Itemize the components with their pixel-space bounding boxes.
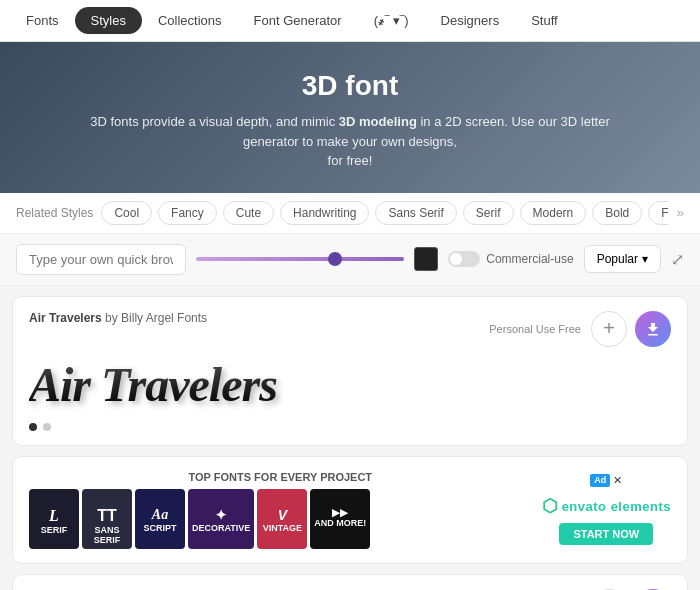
popular-arrow-icon: ▾ xyxy=(642,252,648,266)
commercial-use-toggle-container: Commercial-use xyxy=(448,251,573,267)
font-card-iced-soda: ICED SODA by Billy Argel Fonts Personal … xyxy=(12,574,688,591)
font-author: by Billy Argel Fonts xyxy=(105,311,207,325)
related-tag-serif[interactable]: Serif xyxy=(463,201,514,225)
related-tag-fun[interactable]: Fun xyxy=(648,201,669,225)
font-card-title: Air Travelers by Billy Argel Fonts xyxy=(29,311,207,325)
ad-badge-area: Ad ✕ xyxy=(590,474,622,487)
related-tags-list: Cool Fancy Cute Handwriting Sans Serif S… xyxy=(101,201,668,225)
related-tag-handwriting[interactable]: Handwriting xyxy=(280,201,369,225)
related-more-icon[interactable]: » xyxy=(677,205,684,220)
share-icon[interactable]: ⤢ xyxy=(671,250,684,269)
ad-cat-serif[interactable]: LSERIF xyxy=(29,489,79,549)
ad-cat-sans[interactable]: TTSANSSERIF xyxy=(82,489,132,549)
related-tag-modern[interactable]: Modern xyxy=(520,201,587,225)
ad-cat-script[interactable]: AaSCRIPT xyxy=(135,489,185,549)
navigation: Fonts Styles Collections Font Generator … xyxy=(0,0,700,42)
ad-label: Ad xyxy=(590,474,610,487)
size-slider-container xyxy=(196,257,404,261)
start-now-button[interactable]: START NOW xyxy=(559,523,653,545)
ad-cat-more[interactable]: ▶▶AND MORE! xyxy=(310,489,370,549)
close-ad-icon[interactable]: ✕ xyxy=(613,474,622,487)
font-card-air-travelers: Air Travelers by Billy Argel Fonts Perso… xyxy=(12,296,688,446)
search-input[interactable] xyxy=(16,244,186,275)
ad-cat-decorative[interactable]: ✦DECORATIVE xyxy=(188,489,254,549)
font-card-header: Air Travelers by Billy Argel Fonts Perso… xyxy=(29,311,671,347)
envato-name: envato elements xyxy=(562,499,671,514)
air-travelers-preview: Air Travelers xyxy=(29,357,277,412)
dot-1[interactable] xyxy=(29,423,37,431)
color-swatch[interactable] xyxy=(414,247,438,271)
hero-description: 3D fonts provide a visual depth, and mim… xyxy=(70,112,630,171)
commercial-use-label: Commercial-use xyxy=(486,252,573,266)
nav-collections[interactable]: Collections xyxy=(142,3,238,38)
hero-title: 3D font xyxy=(20,70,680,102)
ad-banner: TOP FONTS FOR EVERY PROJECT LSERIF TTSAN… xyxy=(12,456,688,564)
ad-title: TOP FONTS FOR EVERY PROJECT xyxy=(29,471,532,483)
popular-label: Popular xyxy=(597,252,638,266)
filter-bar: Commercial-use Popular ▾ ⤢ xyxy=(0,234,700,286)
font-preview: Air Travelers xyxy=(29,355,671,415)
ad-cat-vintage[interactable]: VVINTAGE xyxy=(257,489,307,549)
ad-categories: LSERIF TTSANSSERIF AaSCRIPT ✦DECORATIVE … xyxy=(29,489,532,549)
hero-section: 3D font 3D fonts provide a visual depth,… xyxy=(0,42,700,193)
font-card-actions: + xyxy=(591,311,671,347)
download-button[interactable] xyxy=(635,311,671,347)
related-styles-bar: Related Styles Cool Fancy Cute Handwriti… xyxy=(0,193,700,234)
popular-dropdown[interactable]: Popular ▾ xyxy=(584,245,661,273)
nav-fonts[interactable]: Fonts xyxy=(10,3,75,38)
svg-rect-0 xyxy=(648,334,658,336)
envato-logo: ⬡ envato elements xyxy=(542,495,671,517)
ad-right: Ad ✕ ⬡ envato elements START NOW xyxy=(542,474,671,545)
ad-inner: TOP FONTS FOR EVERY PROJECT LSERIF TTSAN… xyxy=(29,471,532,549)
add-to-collection-button[interactable]: + xyxy=(591,311,627,347)
related-tag-sans-serif[interactable]: Sans Serif xyxy=(375,201,456,225)
font-name: Air Travelers xyxy=(29,311,102,325)
nav-emoji[interactable]: (҂‾ ▾‾) xyxy=(358,3,425,38)
dot-2[interactable] xyxy=(43,423,51,431)
font-dots xyxy=(29,423,671,431)
related-tag-bold[interactable]: Bold xyxy=(592,201,642,225)
nav-styles[interactable]: Styles xyxy=(75,7,142,34)
related-tag-fancy[interactable]: Fancy xyxy=(158,201,217,225)
commercial-use-toggle[interactable] xyxy=(448,251,480,267)
font-badge: Personal Use Free xyxy=(489,323,581,335)
download-icon xyxy=(645,321,661,337)
related-styles-label: Related Styles xyxy=(16,206,93,220)
hero-description-free: for free! xyxy=(328,153,373,168)
related-tag-cute[interactable]: Cute xyxy=(223,201,274,225)
nav-stuff[interactable]: Stuff xyxy=(515,3,574,38)
related-tag-cool[interactable]: Cool xyxy=(101,201,152,225)
nav-designers[interactable]: Designers xyxy=(425,3,516,38)
size-slider[interactable] xyxy=(196,257,404,261)
nav-font-generator[interactable]: Font Generator xyxy=(238,3,358,38)
